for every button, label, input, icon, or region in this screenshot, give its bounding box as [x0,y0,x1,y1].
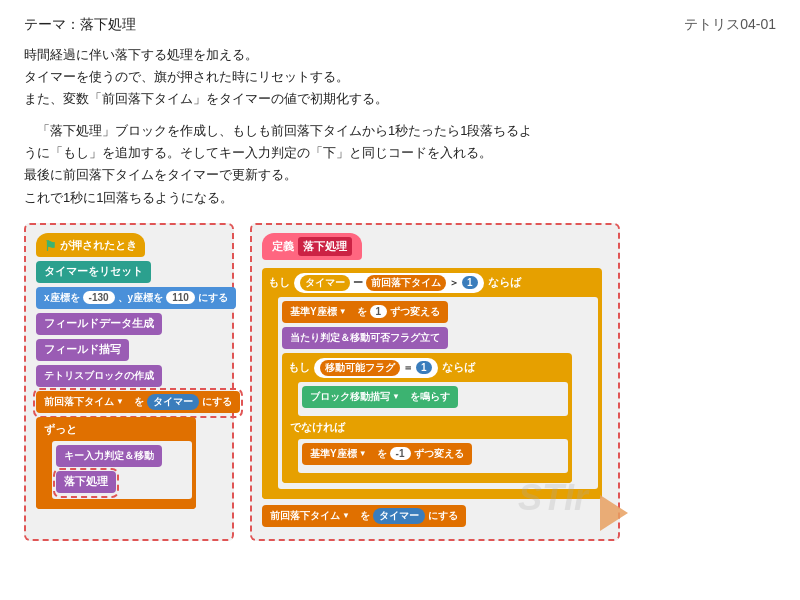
code-area: ⚑ が押されたとき タイマーをリセット x座標を-130、y座標を110にする … [24,223,776,541]
field-draw-block: フィールド描写 [36,339,129,361]
set-base-y1-block: 基準Y座標▼ を1ずつ変える [282,301,448,323]
else-label: でなければ [282,418,572,437]
if1-label: もし タイマー ー 前回落下タイム ＞ 1 ならば [262,271,602,295]
set-base-y2-block: 基準Y座標▼ を-1ずつ変える [302,443,472,465]
desc2-line1: 「落下処理」ブロックを作成し、もしも前回落下タイムから1秒たったら1段落ちるよ [24,120,776,142]
set-prev-time2-block: 前回落下タイム▼ を タイマー にする [262,505,466,527]
desc1-line2: タイマーを使うので、旗が押された時にリセットする。 [24,66,776,88]
description2: 「落下処理」ブロックを作成し、もしも前回落下タイムから1秒たったら1段落ちるよ … [24,120,776,208]
hit-check-block: 当たり判定＆移動可否フラグ立て [282,327,448,349]
desc1-line3: また、変数「前回落下タイム」をタイマーの値で初期化する。 [24,88,776,110]
set-xy-block: x座標を-130、y座標を110にする [36,287,236,309]
if2-label: もし 移動可能フラグ ＝ 1 ならば [282,356,572,380]
arrow-right-icon [600,495,628,531]
field-gen-block: フィールドデータ生成 [36,313,162,335]
fall-block: 落下処理 [56,471,116,493]
theme-title: テーマ：落下処理 [24,16,136,34]
page-id: テトリス04-01 [684,16,776,34]
right-panel: 定義 落下処理 もし タイマー ー 前回落下タイム ＞ 1 [250,223,620,541]
stir-watermark: STIr [518,477,588,519]
tetris-create-block: テトリスブロックの作成 [36,365,162,387]
block-move-block: ブロック移動描写▼ を鳴らす [302,386,458,408]
desc1-line1: 時間経過に伴い落下する処理を加える。 [24,44,776,66]
key-input-block: キー入力判定＆移動 [56,445,162,467]
left-panel: ⚑ が押されたとき タイマーをリセット x座標を-130、y座標を110にする … [24,223,234,541]
set-prev-time-block: 前回落下タイム▼ を タイマー にする [36,391,240,413]
define-block: 定義 落下処理 [262,233,362,260]
flag-block: ⚑ が押されたとき [36,233,145,257]
header: テーマ：落下処理 テトリス04-01 [24,16,776,34]
desc2-line3: 最後に前回落下タイムをタイマーで更新する。 [24,164,776,186]
desc2-line2: うに「もし」を追加する。そしてキー入力判定の「下」と同じコードを入れる。 [24,142,776,164]
timer-reset-block: タイマーをリセット [36,261,151,283]
description1: 時間経過に伴い落下する処理を加える。 タイマーを使うので、旗が押された時にリセッ… [24,44,776,110]
desc2-line4: これで1秒に1回落ちるようになる。 [24,187,776,209]
forever-label: ずっと [36,420,196,439]
